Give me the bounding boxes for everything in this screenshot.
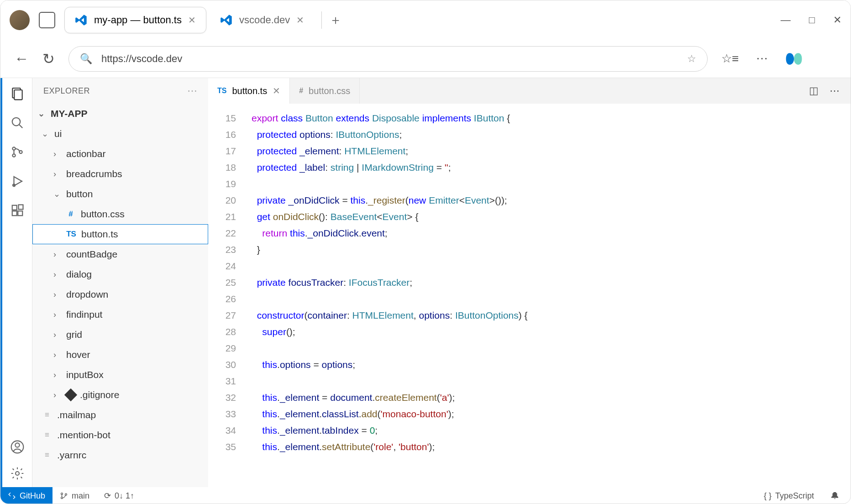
css-file-icon: # — [65, 210, 76, 219]
sidebar-more-icon[interactable]: ⋯ — [187, 85, 198, 97]
tree-item[interactable]: countBadge — [32, 244, 208, 264]
code-line[interactable]: protected options: IButtonOptions; — [252, 126, 851, 143]
code-line[interactable]: this._element.setAttribute('role', 'butt… — [252, 439, 851, 455]
code-line[interactable]: export class Button extends Disposable i… — [252, 110, 851, 126]
tree-item[interactable]: ≡.mailmap — [32, 405, 208, 425]
source-control-icon[interactable] — [9, 144, 26, 160]
tree-item[interactable]: .gitignore — [32, 385, 208, 405]
minimize-icon[interactable]: — — [781, 14, 791, 26]
code-line[interactable]: protected _element: HTMLElement; — [252, 143, 851, 159]
sync-indicator[interactable]: ⟳ 0↓ 1↑ — [97, 491, 142, 501]
search-icon[interactable] — [9, 115, 26, 131]
run-debug-icon[interactable] — [9, 173, 26, 189]
code-line[interactable]: super(); — [252, 324, 851, 340]
svg-rect-9 — [12, 211, 16, 215]
url-text: https://vscode.dev — [101, 53, 182, 65]
tree-item[interactable]: ≡.yarnrc — [32, 445, 208, 465]
more-icon[interactable]: ⋯ — [756, 52, 768, 66]
code-editor[interactable]: 1516171819202122232425262728293031323334… — [208, 104, 851, 487]
editor-tab-name: button.ts — [232, 86, 267, 96]
bell-icon[interactable]: 🔔︎ — [830, 491, 840, 501]
address-bar[interactable]: 🔍 https://vscode.dev ☆ — [68, 46, 708, 72]
tree-item[interactable]: dropdown — [32, 284, 208, 304]
file-tree: MY-APP uiactionbarbreadcrumbsbutton#butt… — [32, 104, 208, 487]
svg-rect-11 — [18, 205, 23, 210]
editor-more-icon[interactable]: ⋯ — [830, 85, 840, 97]
favorites-list-icon[interactable]: ☆≡ — [721, 52, 739, 66]
code-line[interactable]: get onDidClick(): BaseEvent<Event> { — [252, 209, 851, 225]
code-line[interactable]: this.options = options; — [252, 357, 851, 373]
tree-item[interactable]: ≡.mention-bot — [32, 425, 208, 445]
back-icon[interactable]: ← — [14, 50, 29, 67]
editor-tab-active[interactable]: TS button.ts ✕ — [208, 78, 290, 104]
code-line[interactable]: private _onDidClick = this._register(new… — [252, 192, 851, 209]
svg-point-4 — [12, 147, 15, 150]
tree-item[interactable]: dialog — [32, 264, 208, 284]
tree-item[interactable]: button — [32, 184, 208, 204]
code-line[interactable]: this._element.classList.add('monaco-butt… — [252, 406, 851, 422]
tree-item-label: grid — [66, 329, 82, 340]
tree-item-label: ui — [54, 128, 62, 139]
code-line[interactable] — [252, 373, 851, 389]
close-icon[interactable]: ✕ — [273, 85, 280, 96]
chevron-right-icon — [53, 149, 62, 159]
code-line[interactable]: } — [252, 242, 851, 258]
profile-avatar[interactable] — [10, 10, 30, 30]
close-window-icon[interactable]: ✕ — [833, 14, 841, 26]
chevron-right-icon — [53, 270, 62, 279]
text-file-icon: ≡ — [42, 410, 53, 420]
code-line[interactable]: constructor(container: HTMLElement, opti… — [252, 307, 851, 324]
workspaces-icon[interactable] — [39, 12, 55, 28]
text-file-icon: ≡ — [42, 430, 53, 440]
code-line[interactable] — [252, 258, 851, 274]
split-editor-icon[interactable]: ◫ — [809, 85, 819, 97]
tree-item[interactable]: findinput — [32, 304, 208, 325]
code-content[interactable]: export class Button extends Disposable i… — [242, 104, 851, 487]
branch-indicator[interactable]: main — [53, 491, 97, 501]
explorer-icon[interactable] — [9, 85, 26, 102]
browser-tab-active[interactable]: my-app — button.ts ✕ — [64, 7, 206, 33]
tree-item[interactable]: inputBox — [32, 365, 208, 385]
refresh-icon[interactable]: ↻ — [42, 50, 55, 68]
browser-tab-inactive[interactable]: vscode.dev ✕ — [210, 7, 314, 33]
language-indicator[interactable]: { } TypeScript — [756, 491, 821, 501]
code-line[interactable]: return this._onDidClick.event; — [252, 225, 851, 242]
code-line[interactable]: this._element.tabIndex = 0; — [252, 422, 851, 439]
code-line[interactable] — [252, 340, 851, 357]
favorite-icon[interactable]: ☆ — [687, 53, 696, 65]
settings-icon[interactable] — [9, 465, 26, 482]
tree-item[interactable]: ui — [32, 124, 208, 144]
code-line[interactable]: this._element = document.createElement('… — [252, 389, 851, 406]
tree-item[interactable]: breadcrumbs — [32, 164, 208, 184]
tree-item-label: breadcrumbs — [66, 168, 122, 179]
svg-rect-10 — [18, 211, 22, 215]
tree-item[interactable]: actionbar — [32, 144, 208, 164]
tree-item[interactable]: grid — [32, 325, 208, 345]
code-line[interactable]: private focusTracker: IFocusTracker; — [252, 274, 851, 291]
branch-icon — [60, 492, 68, 500]
editor-tab-inactive[interactable]: # button.css — [290, 78, 360, 104]
tree-item[interactable]: TSbutton.ts — [32, 224, 208, 244]
code-line[interactable]: protected _label: string | IMarkdownStri… — [252, 159, 851, 176]
chevron-right-icon — [53, 390, 62, 400]
tree-root[interactable]: MY-APP — [32, 104, 208, 124]
code-line[interactable] — [252, 176, 851, 192]
tree-item[interactable]: #button.css — [32, 204, 208, 224]
maximize-icon[interactable]: □ — [809, 14, 815, 26]
github-badge[interactable]: GitHub — [0, 487, 53, 504]
vscode-icon — [75, 14, 88, 26]
root-label: MY-APP — [51, 108, 88, 119]
new-tab-button[interactable]: ＋ — [321, 11, 349, 29]
tree-item-label: .mention-bot — [57, 430, 110, 441]
vscode-icon — [220, 14, 233, 26]
tree-item[interactable]: hover — [32, 345, 208, 365]
language-name: TypeScript — [775, 491, 814, 501]
account-icon[interactable] — [9, 439, 26, 455]
svg-point-15 — [61, 493, 63, 495]
copilot-icon[interactable] — [785, 50, 803, 68]
svg-point-17 — [65, 493, 67, 495]
close-icon[interactable]: ✕ — [188, 15, 196, 26]
code-line[interactable] — [252, 291, 851, 307]
close-icon[interactable]: ✕ — [296, 15, 304, 26]
extensions-icon[interactable] — [9, 202, 26, 219]
